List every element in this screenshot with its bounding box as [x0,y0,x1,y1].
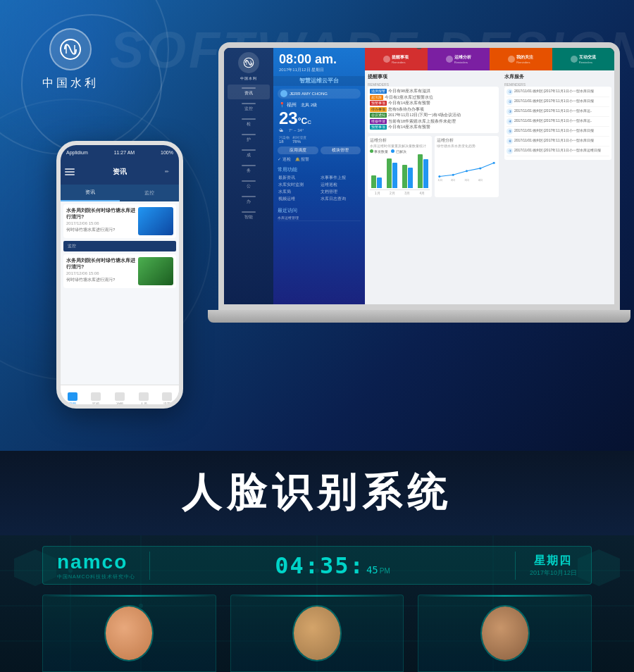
bottom-nav-function[interactable]: 功能 [115,392,125,406]
tab-interact[interactable]: 互动交流 Reminders [552,48,615,70]
weather-action-buttons: 应用调度 模块管理 [273,147,365,157]
news-subtitle-2: 何时绿竹塘水库进行清污? [66,277,135,283]
tag-meeting: 会议通知 [370,113,387,118]
pollution-stat: 污染物 18 [279,135,290,144]
platform-name: 智慧运维云平台 [273,76,365,86]
phone-news-item-1[interactable]: 水务局刘院长何时绿竹塘水库进行清污? 2017/12/06 15:06 何时绿竹… [63,204,176,238]
namco-ampm: PM [380,567,390,575]
alert-row-3: 预警事项 今日有14座水库有预警 [370,101,497,106]
alerts-card: 溢洪报警 今日有98座水库有溢洪 超汛限 今日有2座水库过预警水位 预警事项 今… [368,87,499,133]
phone-tabs: 资讯 监控 [61,185,179,201]
namco-divider-1 [149,552,150,580]
phone-tab-news[interactable]: 资讯 [61,185,120,201]
bar-mar-pending [402,165,407,188]
temperature-display: 23°CC [273,108,365,128]
weather-stats: 污染物 18 相对湿度 78% [273,135,365,147]
ws-item-2: ② 2017/11/01 德州区(2017年11月1日小一型水库日报 [506,99,609,107]
battery-indicator: 100% [161,150,173,155]
namco-logo-area: namco 中国NAMCO科技技术研究中心 [57,551,135,580]
bar-group-jan [370,175,383,188]
bar-group-mar [402,165,414,188]
face-placeholder-2 [292,605,342,661]
dashboard-content: 中国水利 资讯 监控 检 护 [224,48,614,304]
face-placeholder-3 [480,605,530,661]
nav-item-news[interactable]: 资讯 [228,85,270,99]
recent-item[interactable]: 水库运维管理 [278,216,361,221]
tab-favorites[interactable]: 我的关注 Reminders [490,48,552,70]
svg-text:3日: 3日 [464,178,468,181]
laptop-base [208,310,630,323]
news-image-2 [138,257,173,285]
edit-icon[interactable]: ✏ [165,169,175,175]
alert-row-7: 预警事项 今日有14座水库有预警 [370,125,497,130]
news-image-1 [138,207,173,235]
bottom-nav-settings[interactable]: 设置 [162,392,172,406]
phone-device: Applidium 11:27 AM 100% 资讯 ✏ 资讯 监控 [56,141,183,409]
dash-logo [238,52,259,73]
face-image-2 [294,606,340,660]
weather-panel: 08:00 am. 2017年11月12日 星期日 智慧运维云平台 JERR A… [273,48,365,304]
hamburger-icon[interactable] [65,168,75,175]
app-tasks[interactable]: 运维巡检 [320,182,361,188]
face-recognition-title: 人脸识别系统 [182,466,452,520]
nav-item-service[interactable]: 务 [228,162,270,177]
nav-item-cost[interactable]: 成 [228,147,270,161]
settings-nav-label: 设置 [163,402,170,406]
tag-pending: 待办事项 [370,107,387,112]
function-nav-label: 功能 [116,402,123,406]
news-date-2: 2017/12/06 15:06 [66,271,135,275]
alert-row-5: 会议通知 2017年11月12日(下周一)有4场会议活动 [370,113,497,118]
tag-flood: 超汛限 [370,95,383,100]
news-nav-icon [68,392,77,401]
brand-logo-area: 中国水利 [42,28,99,91]
app-manage-btn[interactable]: 模块管理 [321,147,361,154]
tab-reminders[interactable]: 提醒事项 Reminders [365,48,428,70]
chart2-title: 运维分析 [437,138,497,143]
app-map[interactable]: 水库局 [278,189,319,195]
svg-text:4日: 4日 [478,178,483,181]
app-filing[interactable]: 文档管理 [320,189,361,195]
bottom-nav-news[interactable]: 新闻 [68,392,77,406]
news-date-1: 2017/12/06 15:06 [66,221,135,225]
app-report[interactable]: 水库日志查询 [320,196,361,202]
app-news[interactable]: 最新资讯 [278,175,319,181]
quick-apps-grid: 最新资讯 水事事件上报 水库实时监测 运维巡检 水库局 文档管理 视频运维 水库… [278,175,361,202]
line-chart-svg: 1日 2日 3日 4日 [437,149,497,185]
nav-item-check[interactable]: 检 [228,116,270,130]
face-image-3 [482,606,528,660]
tag-warning: 预警事项 [370,101,387,106]
scan-line-2 [231,595,404,597]
nav-item-smart[interactable]: 智能 [228,209,270,223]
nav-item-protect[interactable]: 护 [228,131,270,146]
chart2-subtitle: 绿竹塘水库水质变化趋势 [437,144,497,148]
laptop-date: 2017年11月12日 星期日 [273,67,365,76]
phone-news-item-2[interactable]: 水务局刘院长何时绿竹塘水库进行清污? 2017/12/06 15:06 何时绿竹… [63,254,176,288]
recent-queries: 最近访问 水库运维管理 [273,205,365,225]
svg-point-7 [452,173,454,175]
chat-icon [571,56,578,63]
alert-row-6: 维修申请 当前有18件索赔水库上报条件未处理 [370,119,497,124]
face-panel-1 [42,595,216,672]
svg-text:1日: 1日 [438,178,442,181]
app-video[interactable]: 视频运维 [278,196,319,202]
app-office[interactable]: 水事事件上报 [320,175,361,181]
dash-logo-text: 中国水利 [240,76,257,80]
alert-row-4: 待办事项 您有6条待办办事项 [370,107,497,112]
phone-nav-title: 资讯 [77,167,162,177]
nav-item-monitor[interactable]: 监控 [228,100,270,115]
app-realtime[interactable]: 水库实时监测 [278,182,319,188]
phone-tab-monitor[interactable]: 监控 [120,185,179,201]
face-panel-inner-3 [418,595,591,671]
nav-item-public[interactable]: 公 [228,178,270,192]
right-dashboard: 提醒事项 Reminders 运维分析 Reminders [365,48,614,304]
water-service-card: ① 2017/11/01 德州区(2017年11月1日小一型水库日报 ② 201… [504,87,611,160]
bottom-nav-monitor[interactable]: 监控 [91,392,101,406]
news-img-placeholder-2 [138,257,173,285]
nav-item-office[interactable]: 办 [228,193,270,208]
laptop-device: 中国水利 资讯 监控 检 护 [218,42,627,338]
svg-point-8 [466,170,468,172]
laptop-time: 08:00 am. [273,48,365,67]
app-dispatch-btn[interactable]: 应用调度 [278,147,318,154]
bottom-nav-people[interactable]: 人员 [139,392,149,406]
tab-analysis[interactable]: 运维分析 Reminders [428,48,490,70]
